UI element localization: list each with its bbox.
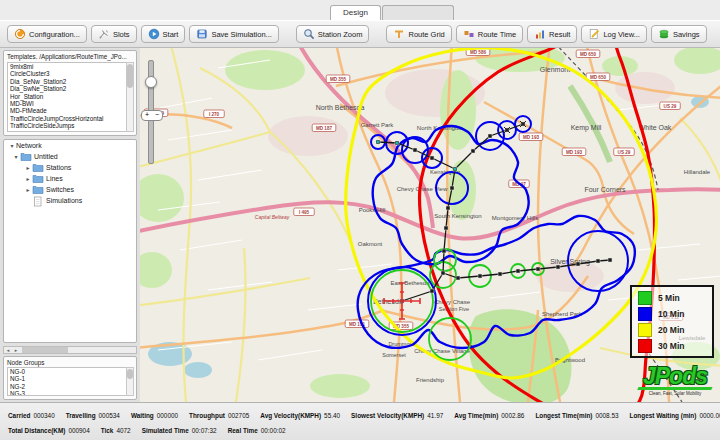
station-marker[interactable]: [596, 259, 600, 263]
start-button[interactable]: Start: [141, 25, 186, 43]
tree-item-switches[interactable]: ▸ Switches: [4, 184, 136, 195]
station-marker[interactable]: [450, 186, 454, 190]
station-marker[interactable]: [413, 148, 417, 152]
tree-item-network[interactable]: ▾ Network: [4, 140, 136, 151]
road-shield: I 495: [294, 208, 315, 216]
chevron-right-icon: ▸: [24, 164, 32, 171]
slots-button[interactable]: Slots: [91, 25, 137, 43]
tab-strip: Design: [0, 0, 720, 20]
zoom-out-icon[interactable]: −: [155, 111, 159, 120]
map-zoom-buttons[interactable]: + −: [141, 110, 163, 121]
template-item[interactable]: Dia_SwNe_Station2: [8, 85, 126, 92]
savings-icon: [658, 28, 670, 40]
station-zoom-button[interactable]: Station Zoom: [296, 25, 370, 43]
savings-button[interactable]: Savings: [651, 25, 707, 43]
scroll-left-icon[interactable]: ◂: [4, 347, 12, 353]
zoom-in-icon[interactable]: +: [145, 111, 149, 120]
tree-label: Lines: [46, 175, 63, 182]
templates-list: 9mix8miCircleCluster3Dia_SeNw_Station2Di…: [7, 62, 127, 132]
template-item[interactable]: Dia_SeNw_Station2: [8, 78, 126, 85]
save-simulation-button[interactable]: Save Simulation...: [189, 25, 278, 43]
station-marker[interactable]: [471, 149, 475, 153]
node-groups-scrollbar[interactable]: [126, 367, 134, 396]
route-grid-button[interactable]: Route Grid: [386, 25, 451, 43]
station-dot: [396, 142, 399, 145]
status-row-1: Carried000340Travelling000534Waiting0000…: [8, 408, 712, 423]
road-shield: MD 650: [576, 50, 600, 58]
legend-row: 5 Min: [638, 290, 712, 306]
horizontal-scrollbar[interactable]: ◂ ▸: [3, 346, 137, 354]
template-item[interactable]: Hor_Station: [8, 93, 126, 100]
templates-scrollbar[interactable]: [126, 62, 134, 132]
svg-text:US 29: US 29: [664, 104, 677, 109]
node-groups-panel: Node Groups NG-0NG-1NG-2NG-3NG-4NG-5: [3, 356, 137, 400]
configuration-label: Configuration...: [29, 30, 80, 39]
log-view-button[interactable]: Log View...: [581, 25, 647, 43]
scrollbar-thumb[interactable]: [127, 369, 133, 379]
station-marker[interactable]: [516, 269, 520, 273]
station-marker[interactable]: [608, 258, 612, 262]
road-shield: MD 193: [519, 133, 543, 141]
scrollbar-thumb[interactable]: [127, 64, 133, 88]
route-time-icon: [463, 28, 475, 40]
legend-label: 30 Min: [658, 341, 684, 351]
route-time-button[interactable]: Route Time: [456, 25, 523, 43]
template-item[interactable]: MD-BWI: [8, 100, 126, 107]
template-item[interactable]: Vert_Station: [8, 130, 126, 132]
savings-label: Savings: [673, 30, 700, 39]
station-marker[interactable]: [444, 226, 448, 230]
template-item[interactable]: 9mix8mi: [8, 63, 126, 70]
map-road-label: Capital Beltway: [255, 214, 290, 220]
scrollbar-thumb[interactable]: [22, 347, 68, 353]
station-marker[interactable]: [488, 134, 492, 138]
result-button[interactable]: Result: [527, 25, 577, 43]
map-place-label: Garrett Park: [361, 122, 395, 128]
template-item[interactable]: CircleCluster3: [8, 70, 126, 77]
node-group-item[interactable]: NG-2: [8, 383, 126, 390]
station-marker[interactable]: [556, 265, 560, 269]
station-marker[interactable]: [498, 272, 502, 276]
station-marker[interactable]: [446, 206, 450, 210]
status-field: Total Distance(KM)000904: [8, 427, 90, 434]
template-item[interactable]: TrafficCircleSideJumps: [8, 122, 126, 129]
node-group-item[interactable]: NG-3: [8, 390, 126, 396]
zoom-slider-knob[interactable]: [145, 76, 157, 88]
template-item[interactable]: MD-FtMeade: [8, 107, 126, 114]
station-marker[interactable]: [536, 267, 540, 271]
station-marker[interactable]: [478, 274, 482, 278]
configuration-button[interactable]: Configuration...: [7, 25, 87, 43]
svg-text:I 270: I 270: [209, 112, 220, 117]
road-shield: MD 193: [562, 148, 586, 156]
scroll-right-icon[interactable]: ▸: [12, 347, 20, 353]
tree-item-untitled[interactable]: ▾ Untitled: [4, 151, 136, 162]
tab-design[interactable]: Design: [330, 5, 381, 20]
templates-panel: Templates. /Applications/RouteTime_JPo..…: [3, 50, 137, 136]
map-area[interactable]: MD 586MD 650MD 650MD 355US 29I 270MD 189…: [140, 48, 720, 402]
station-marker[interactable]: [456, 276, 460, 280]
template-item[interactable]: TrafficCircleJumpCrossHorizontal: [8, 115, 126, 122]
legend-label: 10 Min: [658, 309, 684, 319]
legend-row: 10 Min: [638, 306, 712, 322]
road-shield: MD 355: [326, 75, 350, 83]
node-groups-list: NG-0NG-1NG-2NG-3NG-4NG-5: [7, 367, 127, 396]
svg-text:MD 586: MD 586: [470, 50, 487, 55]
jpods-logo-underline: [637, 387, 712, 390]
tab-inactive[interactable]: [382, 5, 454, 20]
station-marker[interactable]: [576, 262, 580, 266]
station-marker[interactable]: [441, 271, 445, 275]
map-place-label: Section Five: [439, 306, 469, 312]
tree-item-lines[interactable]: ▸ Lines: [4, 173, 136, 184]
jpods-tagline: Clean, Fast, Solar Mobility: [632, 391, 718, 396]
chevron-down-icon: ▾: [12, 153, 20, 160]
station-marker[interactable]: [430, 156, 434, 160]
map-place-label: Somerset: [382, 352, 406, 358]
node-group-item[interactable]: NG-1: [8, 375, 126, 382]
legend-swatch: [638, 291, 652, 305]
tree-item-stations[interactable]: ▸ Stations: [4, 162, 136, 173]
tree-item-simulations[interactable]: Simulations: [4, 195, 136, 206]
node-group-item[interactable]: NG-0: [8, 368, 126, 375]
station-marker[interactable]: [430, 289, 434, 293]
status-field: Tick4072: [101, 427, 131, 434]
station-marker[interactable]: [442, 249, 446, 253]
status-field: Slowest Velocity(KMPH)41.97: [351, 412, 443, 419]
